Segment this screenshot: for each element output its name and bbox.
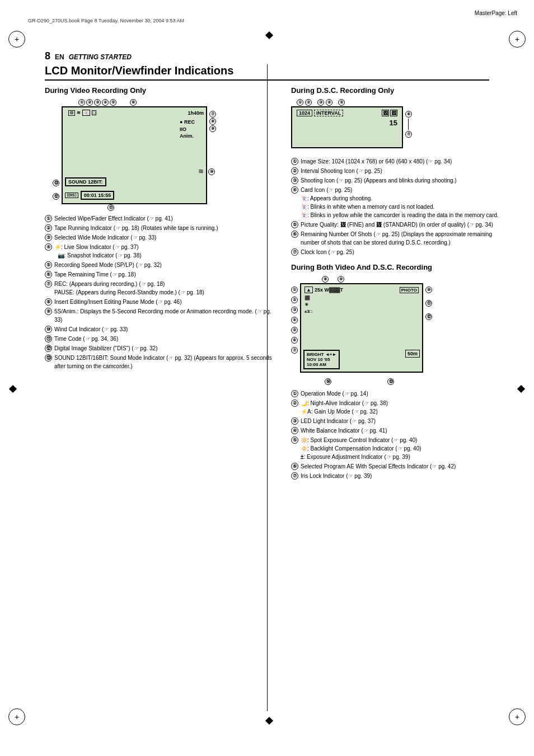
ann-num-d7: ⑦ xyxy=(291,248,298,256)
ann-num-v8: ⑧ xyxy=(45,298,52,306)
ann-text-v6: Tape Remaining Time (☞ pg. 18) xyxy=(54,270,280,279)
callout-4: ④ xyxy=(102,99,109,106)
dsc-line-to-7 xyxy=(408,119,409,130)
both-callout-nums-top: ⑧ ⑨ xyxy=(322,276,506,283)
dsc-callout-1: ① xyxy=(297,99,303,106)
sound-label-box: SOUND 12BIT: xyxy=(65,177,106,186)
both-bottom: BRIGHT ◄+► NOV 10 '05 10:00 AM 50m xyxy=(303,350,420,369)
ann-num-v11: ⑪ xyxy=(45,335,52,342)
ann-text-b3: LED Light Indicator (☞ pg. 37) xyxy=(301,417,506,425)
ann-num-d5: ⑤ xyxy=(291,221,298,228)
dsc-left-content: 1024 INTERVAL xyxy=(297,110,343,116)
annotation-v4: ④ ⚡: Live Slow Indicator (☞ pg. 37) 📷: S… xyxy=(45,243,280,260)
getting-started-label: GETTING STARTED xyxy=(69,53,132,61)
ann-text-v4: ⚡: Live Slow Indicator (☞ pg. 37) 📷: Sna… xyxy=(54,243,280,260)
callout-8: ⑧ xyxy=(209,118,216,125)
led-indicator: ⬛ xyxy=(305,295,419,300)
ann-num-v5: ⑤ xyxy=(45,261,52,269)
annotation-v7: ⑦ REC: (Appears during recording.) (☞ pg… xyxy=(45,280,280,297)
video-screen: ⊟ ≋ 🃏 □ 1h40m ⑦ ⑧ ⑨ xyxy=(62,106,207,204)
date-display: NOV 10 '05 xyxy=(307,357,336,362)
annotation-d6: ⑥ Remaining Number Of Shots (☞ pg. 25) (… xyxy=(291,230,506,247)
both-lc2: ② xyxy=(291,297,298,303)
ann-text-b4: White Balance Indicator (☞ pg. 41) xyxy=(301,426,506,435)
callout-12: ⑫ xyxy=(53,192,59,200)
right-side-callouts: ⑦ ⑧ ⑨ xyxy=(209,111,216,132)
both-rc12: ⑫ xyxy=(425,313,432,320)
insert-label: IIO xyxy=(180,126,195,133)
annotation-d2: ② Interval Shooting Icon (☞ pg. 25) xyxy=(291,167,506,175)
dis-icon: ⟨DIS⟩ xyxy=(65,192,78,198)
annotation-v8: ⑧ Insert Editing/Insert Editing Pause Mo… xyxy=(45,298,280,306)
ann-num-b4: ④ xyxy=(291,427,298,434)
callout-3: ③ xyxy=(94,99,101,106)
op-mode-icon: ▲ xyxy=(305,287,313,293)
both-lc6: ⑥ xyxy=(291,337,298,344)
ann-text-b1: Operation Mode (☞ pg. 14) xyxy=(301,389,506,398)
dsc-callout-7: ⑦ xyxy=(405,131,412,138)
timecode-row: ⟨DIS⟩ 00:01 15:55 xyxy=(65,191,114,200)
main-title: LCD Monitor/Viewfinder Indications xyxy=(45,64,489,81)
annotation-d3: ③ Shooting Icon (☞ pg. 25) (Appears and … xyxy=(291,176,506,185)
annotation-b3: ③ LED Light Indicator (☞ pg. 37) xyxy=(291,417,506,425)
callout-nums-top: ① ② ③ ④ ⑤ ⑥ xyxy=(78,99,280,106)
both-lc4: ④ xyxy=(291,317,298,323)
right-column: During D.S.C. Recording Only ① ② ③ ④ ⑤ xyxy=(291,86,506,481)
ann-num-v2: ② xyxy=(45,224,52,232)
both-rc11: ⑪ xyxy=(425,300,432,307)
ann-num-d4: ④ xyxy=(291,186,298,194)
both-right-callouts: ⑩ ⑪ ⑫ xyxy=(425,287,432,320)
page-number: 8 xyxy=(45,50,50,62)
ann-text-v1: Selected Wipe/Fader Effect Indicator (☞ … xyxy=(54,214,280,223)
ann-text-v3: Selected Wide Mode Indicator (☞ pg. 33) xyxy=(54,233,280,242)
ann-num-b2: ② xyxy=(291,400,298,407)
annotation-d4: ④ Card Icon (☞ pg. 25) 🃏: Appears during… xyxy=(291,186,506,219)
ann-text-b6: Selected Program AE With Special Effects… xyxy=(301,462,506,471)
dsc-card-icon1: 🖼 xyxy=(382,110,389,116)
en-label: EN xyxy=(55,53,64,61)
annotation-d5: ⑤ Picture Quality: 🖼 (FINE) and 🖼 (STAND… xyxy=(291,220,506,229)
ann-text-d1: Image Size: 1024 (1024 x 768) or 640 (64… xyxy=(301,157,506,166)
ann-num-b1: ① xyxy=(291,390,298,397)
both-annotations: ① Operation Mode (☞ pg. 14) ② 🌙: Night-A… xyxy=(291,389,506,480)
both-bottom-row: BRIGHT ◄+► NOV 10 '05 10:00 AM 50m xyxy=(303,350,420,369)
dsc-right-callouts: ⑥ ⑦ xyxy=(405,111,412,138)
wipe-icon: ⊟ xyxy=(68,110,75,116)
ann-num-v3: ③ xyxy=(45,234,52,241)
ann-text-d4: Card Icon (☞ pg. 25) 🃏: Appears during s… xyxy=(301,186,506,219)
ann-text-b7: Iris Lock Indicator (☞ pg. 39) xyxy=(301,472,506,480)
annotation-v13: ⑬ SOUND 12BIT/16BIT: Sound Mode Indicato… xyxy=(45,354,280,370)
distance-label: 50m xyxy=(405,350,420,358)
card-icon-2: □ xyxy=(92,110,96,115)
dsc-callout-4: ④ xyxy=(326,99,332,106)
both-callout-nums-bottom: ⑭ ⑬ xyxy=(325,378,506,385)
both-top-row: ▲ 25x W▓▓▓T PHOTO xyxy=(305,287,419,293)
callout-13-left: ⑬ xyxy=(53,179,59,186)
callout-9: ⑨ xyxy=(209,125,216,132)
tape-icon: ≋ xyxy=(77,110,81,115)
both-screen: ▲ 25x W▓▓▓T PHOTO ⬛ ☀ ±3□ xyxy=(300,283,423,373)
ann-num-b5: ⑤ xyxy=(291,436,298,444)
both-top-left: ▲ 25x W▓▓▓T xyxy=(305,287,343,293)
annotation-v9: ⑨ 5S/Anim.: Displays the 5-Second Record… xyxy=(45,307,280,324)
both-left-callouts: ① ② ③ ④ ⑤ ⑥ ⑦ xyxy=(291,287,298,354)
page-header: 8 EN GETTING STARTED LCD Monitor/Viewfin… xyxy=(45,50,489,81)
ann-text-v10: Wind Cut Indicator (☞ pg. 33) xyxy=(54,325,280,334)
annotation-b7: ⑦ Iris Lock Indicator (☞ pg. 39) xyxy=(291,472,506,480)
callout-7: ⑦ xyxy=(209,111,216,118)
annotation-d7: ⑦ Clock Icon (☞ pg. 25) xyxy=(291,248,506,256)
zoom-label: 25x W▓▓▓T xyxy=(315,287,343,293)
annotation-v2: ② Tape Running Indicator (☞ pg. 18) (Rot… xyxy=(45,224,280,232)
both-bc13: ⑬ xyxy=(387,378,394,385)
interval-label: INTERVAL xyxy=(314,110,343,116)
ann-num-v6: ⑥ xyxy=(45,271,52,278)
time-remaining: 1h40m xyxy=(188,110,204,116)
bright-label-box: BRIGHT ◄+► NOV 10 '05 10:00 AM xyxy=(303,350,340,369)
annotation-v1: ① Selected Wipe/Fader Effect Indicator (… xyxy=(45,214,280,223)
wb-indicator: ☀ xyxy=(305,302,419,307)
ann-text-v13: SOUND 12BIT/16BIT: Sound Mode Indicator … xyxy=(54,354,280,370)
dsc-diagram-container: ① ② ③ ④ ⑤ 1024 INTERVAL xyxy=(291,99,506,153)
annotation-b2: ② 🌙: Night-Alive Indicator (☞ pg. 38)⚡A:… xyxy=(291,399,506,416)
dsc-section-title: During D.S.C. Recording Only xyxy=(291,86,506,95)
dsc-screen-row: 1024 INTERVAL 🖼 🖼 15 ⑥ xyxy=(291,106,506,153)
